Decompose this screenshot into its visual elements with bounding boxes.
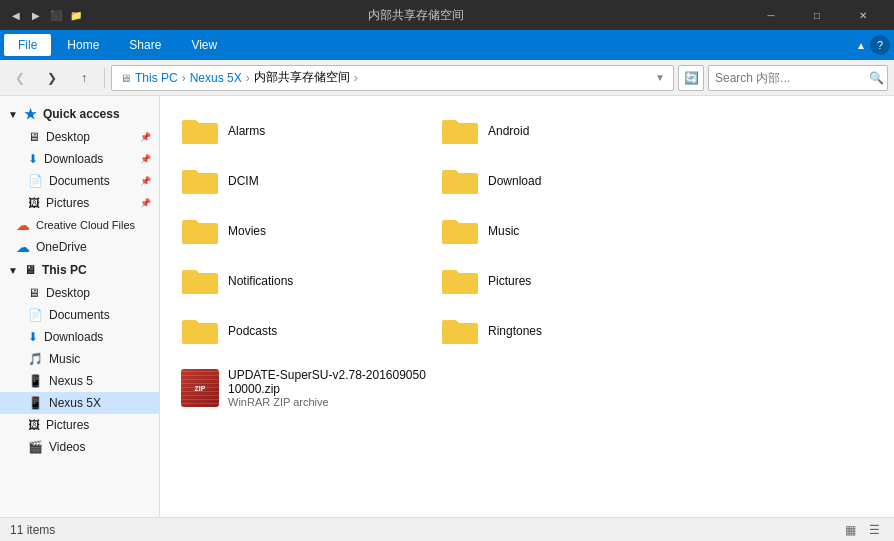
folder-movies-icon: [180, 214, 220, 248]
this-pc-icon: 🖥: [24, 263, 36, 277]
sidebar-item-onedrive[interactable]: ☁ OneDrive: [0, 236, 159, 258]
folder-grid: Alarms Android DC: [170, 106, 884, 356]
search-input[interactable]: [715, 71, 865, 85]
address-part-nexus5x: Nexus 5X: [190, 71, 242, 85]
sidebar-item-this-pc-videos[interactable]: 🎬 Videos: [0, 436, 159, 458]
folder-movies[interactable]: Movies: [170, 206, 430, 256]
downloads-icon: ⬇: [28, 152, 38, 166]
folder-android-label: Android: [488, 124, 529, 138]
file-details: UPDATE-SuperSU-v2.78-201609050 10000.zip…: [228, 368, 426, 408]
pictures-icon: 🖼: [28, 196, 40, 210]
folder-notifications-icon: [180, 264, 220, 298]
sidebar-item-this-pc-desktop[interactable]: 🖥 Desktop: [0, 282, 159, 304]
onedrive-icon: ☁: [16, 239, 30, 255]
folder-download[interactable]: Download: [430, 156, 690, 206]
folder-music[interactable]: Music: [430, 206, 690, 256]
folder-pictures-icon: [440, 264, 480, 298]
help-icon[interactable]: ?: [870, 35, 890, 55]
sidebar-creative-cloud-label: Creative Cloud Files: [36, 219, 135, 231]
sidebar-item-desktop[interactable]: 🖥 Desktop 📌: [0, 126, 159, 148]
folder-podcasts-label: Podcasts: [228, 324, 277, 338]
title-bar: ◀ ▶ ⬛ 📁 内部共享存储空间 ─ □ ✕: [0, 0, 894, 30]
maximize-button[interactable]: □: [794, 0, 840, 30]
back-button[interactable]: ❮: [6, 64, 34, 92]
quick-access-star-icon: ★: [24, 106, 37, 122]
this-pc-arrow: ▼: [8, 265, 18, 276]
sidebar-this-pc-music-label: Music: [49, 352, 80, 366]
sidebar-item-creative-cloud[interactable]: ☁ Creative Cloud Files: [0, 214, 159, 236]
content-area: Alarms Android DC: [160, 96, 894, 517]
sidebar-documents-label: Documents: [49, 174, 110, 188]
folder-music-icon: [440, 214, 480, 248]
refresh-button[interactable]: 🔄: [678, 65, 704, 91]
file-update-zip[interactable]: ZIP UPDATE-SuperSU-v2.78-201609050 10000…: [170, 360, 884, 416]
this-pc-pictures-icon: 🖼: [28, 418, 40, 432]
this-pc-downloads-icon: ⬇: [28, 330, 38, 344]
address-computer-icon: 🖥: [120, 72, 131, 84]
file-name-line2: 10000.zip: [228, 382, 426, 396]
forward-button[interactable]: ❯: [38, 64, 66, 92]
sidebar-desktop-label: Desktop: [46, 130, 90, 144]
sidebar-item-downloads[interactable]: ⬇ Downloads 📌: [0, 148, 159, 170]
quick-access-arrow: ▼: [8, 109, 18, 120]
folder-android[interactable]: Android: [430, 106, 690, 156]
ribbon-tab-share[interactable]: Share: [115, 34, 175, 56]
ribbon-tab-view[interactable]: View: [177, 34, 231, 56]
title-bar-title: 内部共享存储空间: [90, 7, 742, 24]
sidebar-this-pc-downloads-label: Downloads: [44, 330, 103, 344]
title-bar-controls: ─ □ ✕: [748, 0, 886, 30]
sidebar-nexus5-label: Nexus 5: [49, 374, 93, 388]
minimize-button[interactable]: ─: [748, 0, 794, 30]
address-dropdown-icon[interactable]: ▼: [655, 72, 665, 83]
folder-podcasts[interactable]: Podcasts: [170, 306, 430, 356]
main-area: ▼ ★ Quick access 🖥 Desktop 📌 ⬇ Downloads…: [0, 96, 894, 517]
toolbar: ❮ ❯ ↑ 🖥 This PC › Nexus 5X › 内部共享存储空间 › …: [0, 60, 894, 96]
sidebar-section-this-pc[interactable]: ▼ 🖥 This PC: [0, 258, 159, 282]
view-large-icons-button[interactable]: ▦: [840, 520, 860, 540]
folder-alarms[interactable]: Alarms: [170, 106, 430, 156]
sidebar-item-this-pc-downloads[interactable]: ⬇ Downloads: [0, 326, 159, 348]
this-pc-videos-icon: 🎬: [28, 440, 43, 454]
this-pc-music-icon: 🎵: [28, 352, 43, 366]
sidebar-item-this-pc-pictures[interactable]: 🖼 Pictures: [0, 414, 159, 436]
sidebar-item-nexus5x[interactable]: 📱 Nexus 5X: [0, 392, 159, 414]
desktop-icon: 🖥: [28, 130, 40, 144]
folder-dcim-icon: [180, 164, 220, 198]
up-button[interactable]: ↑: [70, 64, 98, 92]
sidebar-item-nexus5[interactable]: 📱 Nexus 5: [0, 370, 159, 392]
sidebar-downloads-label: Downloads: [44, 152, 103, 166]
status-item-count: 11 items: [10, 523, 55, 537]
status-view-icons: ▦ ☰: [840, 520, 884, 540]
sidebar-item-documents[interactable]: 📄 Documents 📌: [0, 170, 159, 192]
title-bar-icon-forward: ▶: [28, 7, 44, 23]
sidebar-item-this-pc-music[interactable]: 🎵 Music: [0, 348, 159, 370]
folder-dcim-label: DCIM: [228, 174, 259, 188]
folder-alarms-icon: [180, 114, 220, 148]
address-bar[interactable]: 🖥 This PC › Nexus 5X › 内部共享存储空间 › ▼: [111, 65, 674, 91]
toolbar-separator: [104, 68, 105, 88]
ribbon-collapse-icon[interactable]: ▲: [856, 40, 866, 51]
folder-pictures[interactable]: Pictures: [430, 256, 690, 306]
folder-notifications[interactable]: Notifications: [170, 256, 430, 306]
address-part-thispc: This PC: [135, 71, 178, 85]
address-sep-1: ›: [182, 71, 186, 85]
folder-ringtones[interactable]: Ringtones: [430, 306, 690, 356]
sidebar-this-pc-pictures-label: Pictures: [46, 418, 89, 432]
sidebar-item-this-pc-documents[interactable]: 📄 Documents: [0, 304, 159, 326]
ribbon-tab-file[interactable]: File: [4, 34, 51, 56]
file-name-line1: UPDATE-SuperSU-v2.78-201609050: [228, 368, 426, 382]
pin-icon-pic: 📌: [140, 198, 151, 208]
sidebar-item-pictures[interactable]: 🖼 Pictures 📌: [0, 192, 159, 214]
sidebar-this-pc-label: This PC: [42, 263, 87, 277]
folder-dcim[interactable]: DCIM: [170, 156, 430, 206]
creative-cloud-icon: ☁: [16, 217, 30, 233]
close-button[interactable]: ✕: [840, 0, 886, 30]
folder-notifications-label: Notifications: [228, 274, 293, 288]
status-bar: 11 items ▦ ☰: [0, 517, 894, 541]
folder-android-icon: [440, 114, 480, 148]
ribbon-tab-home[interactable]: Home: [53, 34, 113, 56]
view-details-button[interactable]: ☰: [864, 520, 884, 540]
sidebar-section-quick-access[interactable]: ▼ ★ Quick access: [0, 102, 159, 126]
this-pc-documents-icon: 📄: [28, 308, 43, 322]
folder-download-label: Download: [488, 174, 541, 188]
